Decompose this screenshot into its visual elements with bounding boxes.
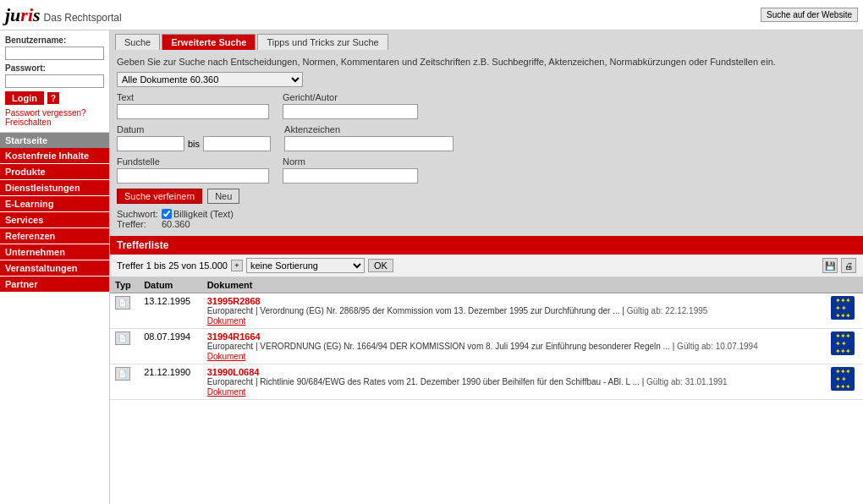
document-cell: 31990L0684 Europarecht | Richtlinie 90/6… — [202, 364, 826, 400]
nav-items: StartseiteKostenfreie InhalteProdukteDie… — [0, 133, 109, 293]
username-input[interactable] — [5, 47, 104, 60]
results-count: Treffer 1 bis 25 von 15.000 — [117, 260, 228, 271]
tabs: SucheErweiterte SucheTipps und Tricks zu… — [110, 30, 863, 50]
datum-from-input[interactable] — [117, 136, 184, 151]
datum-field-group: Datum bis — [117, 124, 271, 151]
results-toolbar: Treffer 1 bis 25 von 15.000 + keine Sort… — [110, 255, 863, 277]
eu-flag-icon: ✦✦✦✦ ✦✦✦✦ — [831, 367, 855, 391]
datum-aktenzeichen-row: Datum bis Aktenzeichen — [117, 124, 856, 151]
logo-subtitle: Das Rechtsportal — [44, 12, 122, 24]
sidebar-item-dienstleistungen[interactable]: Dienstleistungen — [0, 180, 109, 196]
search-area: Geben Sie zur Suche nach Entscheidungen,… — [110, 50, 863, 236]
help-button[interactable]: ? — [47, 92, 59, 104]
results-table: TypDatumDokument 📄13.12.1995 31995R2868 … — [110, 277, 863, 400]
button-row: Suche verfeinern Neu — [117, 189, 856, 204]
doc-type-select[interactable]: Alle Dokumente 60.360 — [117, 72, 303, 87]
doc-id[interactable]: 31995R2868 — [207, 296, 821, 306]
print-icon[interactable]: 🖨 — [841, 258, 856, 273]
search-site-button[interactable]: Suche auf der Website — [761, 8, 858, 22]
doc-id[interactable]: 31990L0684 — [207, 367, 821, 377]
bis-label: bis — [188, 139, 200, 149]
document-cell: 31994R1664 Europarecht | VERORDNUNG (EG)… — [202, 329, 826, 364]
tab-erweiterte-suche[interactable]: Erweiterte Suche — [162, 34, 256, 50]
doc-type-icon: 📄 — [115, 296, 130, 310]
aktenzeichen-input[interactable] — [284, 136, 453, 151]
treffer-value: 60.360 — [162, 219, 237, 229]
header: juris Das Rechtsportal Suche auf der Web… — [0, 0, 863, 30]
norm-field-group: Norm — [283, 156, 418, 184]
ok-button[interactable]: OK — [368, 259, 393, 272]
sidebar-item-startseite[interactable]: Startseite — [0, 133, 109, 148]
gericht-input[interactable] — [283, 104, 418, 119]
login-button[interactable]: Login — [5, 91, 44, 105]
sidebar-item-unternehmen[interactable]: Unternehmen — [0, 244, 109, 260]
password-label: Passwort: — [5, 63, 104, 73]
register-link[interactable]: Freischalten — [5, 118, 104, 127]
eu-flag-cell: ✦✦✦✦ ✦✦✦✦ — [826, 329, 863, 364]
col-dokument: Dokument — [202, 277, 826, 293]
refine-search-button[interactable]: Suche verfeinern — [117, 189, 202, 204]
search-description: Geben Sie zur Suche nach Entscheidungen,… — [117, 57, 856, 67]
doc-description: Europarecht | Verordnung (EG) Nr. 2868/9… — [207, 306, 821, 315]
username-label: Benutzername: — [5, 36, 104, 45]
sidebar-item-e-learning[interactable]: E-Learning — [0, 196, 109, 212]
gericht-label: Gericht/Autor — [283, 92, 418, 102]
doc-type-icon: 📄 — [115, 331, 130, 345]
doc-id[interactable]: 31994R1664 — [207, 331, 821, 342]
text-label: Text — [117, 92, 269, 102]
text-field-group: Text — [117, 92, 269, 119]
doc-type-cell: 📄 — [110, 293, 139, 329]
fundstelle-input[interactable] — [117, 168, 269, 184]
save-icon[interactable]: 💾 — [822, 258, 838, 273]
forgot-password-link[interactable]: Passwort vergessen? — [5, 108, 104, 118]
sidebar-item-kostenfreie-inhalte[interactable]: Kostenfreie Inhalte — [0, 148, 109, 164]
document-cell: 31995R2868 Europarecht | Verordnung (EG)… — [202, 293, 826, 329]
gericht-field-group: Gericht/Autor — [283, 92, 418, 119]
aktenzeichen-label: Aktenzeichen — [284, 124, 453, 134]
suchwort-value: Billigkeit (Text) — [162, 209, 237, 219]
content-area: SucheErweiterte SucheTipps und Tricks zu… — [110, 30, 863, 504]
suchwort-label: Suchwort: — [117, 209, 162, 219]
doc-link[interactable]: Dokument — [207, 352, 246, 361]
datum-to-input[interactable] — [203, 136, 271, 151]
tab-suche[interactable]: Suche — [115, 34, 160, 50]
password-input[interactable] — [5, 74, 104, 88]
eu-flag-icon: ✦✦✦✦ ✦✦✦✦ — [831, 331, 855, 355]
norm-input[interactable] — [283, 168, 418, 184]
date-cell: 13.12.1995 — [139, 293, 202, 329]
sidebar-item-services[interactable]: Services — [0, 212, 109, 228]
sidebar-item-partner[interactable]: Partner — [0, 277, 109, 293]
doc-link[interactable]: Dokument — [207, 387, 246, 397]
billigkeit-checkbox[interactable] — [162, 209, 172, 219]
doc-description: Europarecht | VERORDNUNG (EG) Nr. 1664/9… — [207, 342, 821, 351]
doc-link[interactable]: Dokument — [207, 316, 246, 326]
sidebar-item-referenzen[interactable]: Referenzen — [0, 228, 109, 244]
norm-label: Norm — [283, 156, 418, 167]
col-datum: Datum — [139, 277, 202, 293]
sidebar-item-veranstaltungen[interactable]: Veranstaltungen — [0, 260, 109, 277]
nav-button[interactable]: + — [231, 260, 243, 271]
doc-type-cell: 📄 — [110, 329, 139, 364]
doc-type-icon: 📄 — [115, 367, 130, 381]
doc-description: Europarecht | Richtlinie 90/684/EWG des … — [207, 377, 821, 386]
table-row: 📄21.12.1990 31990L0684 Europarecht | Ric… — [110, 364, 863, 400]
text-gericht-row: Text Gericht/Autor — [117, 92, 856, 119]
sidebar: Benutzername: Passwort: Login ? Passwort… — [0, 30, 110, 504]
results-section: Trefferliste Treffer 1 bis 25 von 15.000… — [110, 236, 863, 504]
table-header-row: TypDatumDokument — [110, 277, 863, 293]
main-layout: Benutzername: Passwort: Login ? Passwort… — [0, 30, 863, 504]
search-summary: Suchwort: Billigkeit (Text) Treffer: 60.… — [117, 209, 856, 229]
new-search-button[interactable]: Neu — [207, 189, 239, 204]
datum-label: Datum — [117, 124, 271, 134]
eu-flag-cell: ✦✦✦✦ ✦✦✦✦ — [826, 364, 863, 400]
fundstelle-field-group: Fundstelle — [117, 156, 269, 184]
col-flag — [826, 277, 863, 293]
text-input[interactable] — [117, 104, 269, 119]
tab-tipps-und-tricks-zur-suche[interactable]: Tipps und Tricks zur Suche — [257, 34, 388, 50]
sidebar-item-produkte[interactable]: Produkte — [0, 164, 109, 180]
sort-select[interactable]: keine Sortierung — [246, 258, 365, 273]
doc-type-select-row: Alle Dokumente 60.360 — [117, 72, 856, 87]
results-header: Trefferliste — [110, 236, 863, 255]
results-tbody: 📄13.12.1995 31995R2868 Europarecht | Ver… — [110, 293, 863, 400]
treffer-label: Treffer: — [117, 219, 162, 229]
